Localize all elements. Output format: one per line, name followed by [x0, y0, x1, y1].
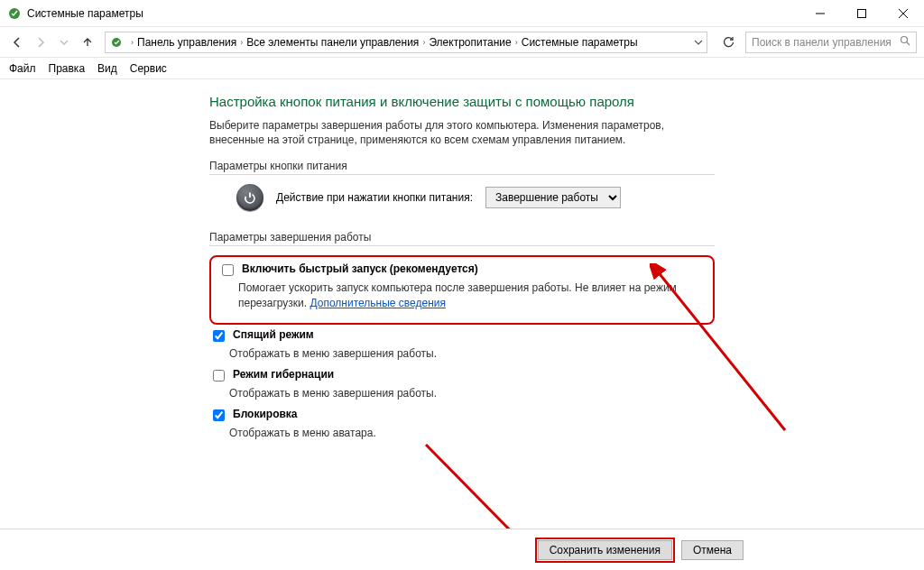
- crumb-label: Все элементы панели управления: [246, 36, 419, 49]
- forward-button[interactable]: [31, 32, 51, 52]
- link-more-info[interactable]: Дополнительные сведения: [310, 297, 445, 309]
- search-icon: [900, 35, 910, 49]
- desc-sleep: Отображать в меню завершения работы.: [229, 346, 715, 361]
- cancel-button[interactable]: Отмена: [681, 540, 744, 560]
- back-button[interactable]: [7, 32, 27, 52]
- desc-hibernate: Отображать в меню завершения работы.: [229, 386, 715, 400]
- page-heading: Настройка кнопок питания и включение защ…: [209, 94, 715, 109]
- label-fast-startup: Включить быстрый запуск (рекомендуется): [242, 262, 478, 275]
- breadcrumb-segment[interactable]: ›Все элементы панели управления: [236, 36, 419, 49]
- crumb-label: Панель управления: [137, 36, 236, 49]
- power-icon: [236, 184, 263, 211]
- label-lock: Блокировка: [233, 408, 298, 420]
- refresh-button[interactable]: [718, 32, 738, 52]
- checkbox-fast-startup[interactable]: [222, 264, 234, 276]
- navigation-row: ›Панель управления ›Все элементы панели …: [0, 27, 924, 58]
- page-description: Выберите параметры завершения работы для…: [209, 118, 715, 147]
- svg-line-7: [907, 42, 910, 45]
- menu-edit[interactable]: Правка: [49, 62, 86, 75]
- up-button[interactable]: [78, 32, 97, 52]
- desc-fast-startup: Помогает ускорить запуск компьютера посл…: [238, 280, 706, 309]
- window-title: Системные параметры: [27, 7, 143, 20]
- svg-point-5: [112, 38, 121, 47]
- breadcrumb-segment[interactable]: ›Системные параметры: [512, 36, 638, 49]
- title-bar: Системные параметры: [0, 0, 924, 27]
- breadcrumb-segment[interactable]: ›Электропитание: [419, 36, 511, 49]
- menu-file[interactable]: Файл: [9, 62, 36, 75]
- crumb-label: Электропитание: [429, 36, 511, 49]
- maximize-button[interactable]: [841, 0, 882, 26]
- highlight-fast-startup: Включить быстрый запуск (рекомендуется) …: [209, 255, 715, 324]
- group-shutdown: Параметры завершения работы: [209, 231, 715, 246]
- label-hibernate: Режим гибернации: [233, 368, 334, 381]
- chevron-down-icon[interactable]: [694, 38, 703, 47]
- app-icon: [7, 6, 22, 21]
- crumb-label: Системные параметры: [522, 36, 638, 49]
- desc-lock: Отображать в меню аватара.: [229, 426, 715, 440]
- recent-locations-button[interactable]: [54, 32, 74, 52]
- save-button[interactable]: Сохранить изменения: [538, 540, 672, 560]
- menu-bar: Файл Правка Вид Сервис: [0, 58, 924, 79]
- power-action-select[interactable]: Завершение работы: [485, 187, 621, 208]
- checkbox-sleep[interactable]: [213, 330, 225, 342]
- checkbox-hibernate[interactable]: [213, 370, 225, 382]
- breadcrumb-bar[interactable]: ›Панель управления ›Все элементы панели …: [105, 32, 707, 53]
- menu-service[interactable]: Сервис: [130, 62, 167, 75]
- breadcrumb-segment[interactable]: ›Панель управления: [127, 36, 236, 49]
- search-input[interactable]: Поиск в панели управления: [745, 32, 917, 53]
- footer: Сохранить изменения Отмена: [0, 529, 924, 570]
- content-area: Настройка кнопок питания и включение защ…: [0, 79, 924, 529]
- minimize-button[interactable]: [799, 0, 841, 26]
- checkbox-lock[interactable]: [213, 409, 225, 421]
- svg-rect-2: [858, 9, 866, 17]
- label-sleep: Спящий режим: [233, 328, 314, 341]
- search-placeholder: Поиск в панели управления: [752, 36, 892, 49]
- control-panel-icon: [109, 35, 124, 50]
- group-power-button: Параметры кнопки питания: [209, 160, 715, 175]
- menu-view[interactable]: Вид: [97, 62, 117, 75]
- power-action-label: Действие при нажатии кнопки питания:: [276, 191, 473, 204]
- close-button[interactable]: [882, 0, 924, 26]
- svg-point-6: [901, 37, 908, 43]
